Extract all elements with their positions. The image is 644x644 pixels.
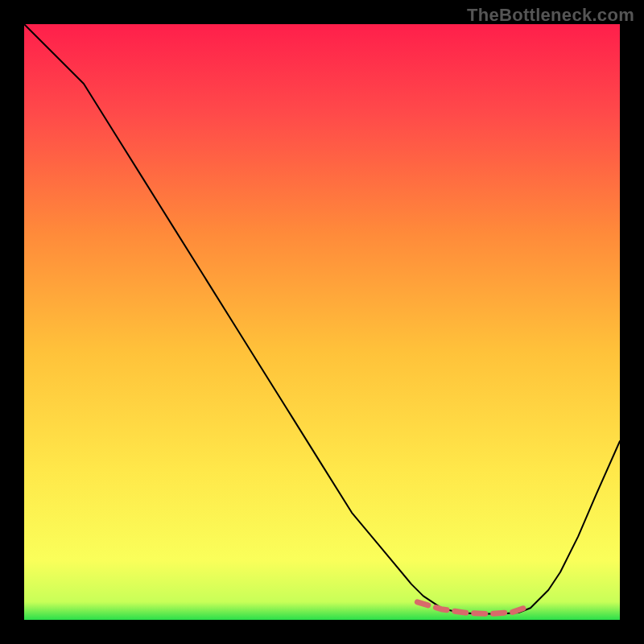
bottleneck-chart	[24, 24, 620, 620]
gradient-background	[24, 24, 620, 620]
watermark-label: TheBottleneck.com	[467, 5, 634, 26]
chart-container: TheBottleneck.com	[0, 0, 644, 644]
